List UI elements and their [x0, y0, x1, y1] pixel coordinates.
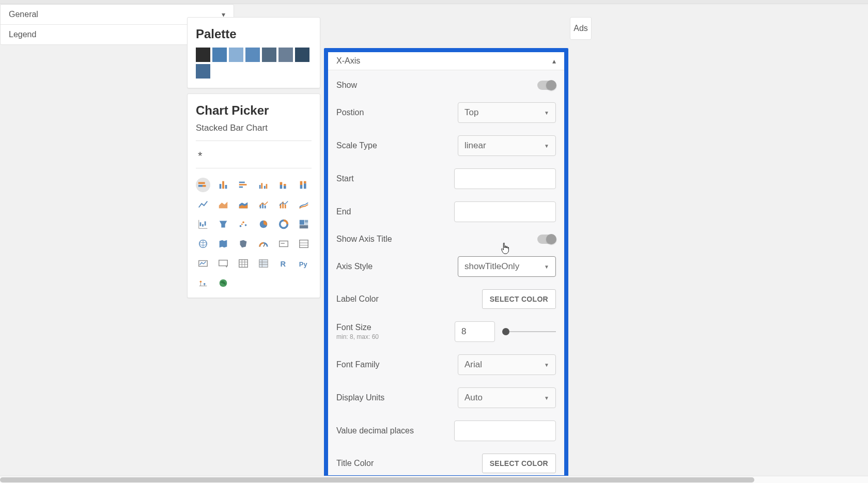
- select-value: Auto: [464, 393, 483, 403]
- key-influencers-icon[interactable]: [196, 276, 210, 290]
- svg-rect-2: [203, 185, 206, 187]
- r-script-icon[interactable]: R: [276, 256, 291, 271]
- stacked-column-icon[interactable]: [276, 178, 291, 192]
- svg-point-39: [241, 224, 243, 225]
- svg-rect-50: [280, 241, 288, 247]
- svg-point-37: [242, 222, 244, 224]
- shape-map-icon[interactable]: [236, 237, 251, 251]
- stacked-area-chart-icon[interactable]: [236, 197, 251, 212]
- select-value: linear: [464, 141, 486, 151]
- font-family-select[interactable]: Arial ▼: [458, 354, 556, 375]
- svg-marker-35: [220, 221, 227, 228]
- empty-icon: [236, 276, 251, 290]
- kpi-icon[interactable]: [196, 256, 210, 271]
- 100pct-stacked-column-icon[interactable]: [297, 178, 311, 192]
- palette-swatch[interactable]: [212, 48, 227, 62]
- dropdown-icon: ▼: [544, 143, 549, 149]
- label-color-button[interactable]: SELECT COLOR: [482, 289, 556, 309]
- title-color-button[interactable]: SELECT COLOR: [482, 454, 556, 473]
- combo-chart-icon[interactable]: [256, 197, 271, 212]
- palette-swatch[interactable]: [229, 48, 243, 62]
- svg-rect-11: [264, 186, 266, 189]
- svg-text:Py: Py: [299, 260, 308, 268]
- top-bar: [0, 0, 868, 4]
- svg-rect-42: [300, 220, 304, 225]
- empty-icon: [256, 276, 271, 290]
- palette-swatch[interactable]: [196, 64, 210, 79]
- font-size-input[interactable]: [455, 321, 495, 342]
- palette-swatch[interactable]: [295, 48, 309, 62]
- svg-rect-52: [300, 240, 308, 248]
- show-axis-title-toggle[interactable]: [537, 235, 556, 244]
- font-size-slider[interactable]: [502, 331, 556, 332]
- column-chart-icon[interactable]: [216, 178, 230, 192]
- select-value: Top: [464, 107, 478, 118]
- slicer-icon[interactable]: [216, 256, 230, 271]
- area-chart-icon[interactable]: [216, 197, 230, 212]
- svg-rect-0: [198, 182, 205, 184]
- palette-swatches: [196, 48, 312, 79]
- palette-panel: Palette: [187, 17, 320, 88]
- select-value: showTitleOnly: [464, 261, 519, 272]
- treemap-chart-icon[interactable]: [297, 217, 311, 231]
- horizontal-scrollbar[interactable]: [0, 476, 868, 483]
- combo-chart-2-icon[interactable]: [276, 197, 291, 212]
- arcgis-map-icon[interactable]: [216, 276, 230, 290]
- position-select[interactable]: Top ▼: [458, 102, 556, 123]
- palette-swatch[interactable]: [245, 48, 260, 62]
- palette-swatch[interactable]: [196, 48, 210, 62]
- dropdown-icon: ▼: [544, 395, 549, 401]
- svg-rect-44: [305, 223, 308, 225]
- asterisk-icon[interactable]: *: [196, 146, 312, 166]
- display-units-select[interactable]: Auto ▼: [458, 387, 556, 408]
- palette-swatch[interactable]: [278, 48, 293, 62]
- scale-type-select[interactable]: linear ▼: [458, 135, 556, 156]
- filled-map-icon[interactable]: [216, 237, 230, 251]
- font-family-label: Font Family: [336, 360, 380, 369]
- multi-row-card-icon[interactable]: [297, 237, 311, 251]
- show-axis-title-label: Show Axis Title: [336, 235, 392, 244]
- card-icon[interactable]: [276, 237, 291, 251]
- svg-rect-16: [284, 186, 286, 189]
- scrollbar-thumb[interactable]: [0, 477, 754, 482]
- value-decimal-places-input[interactable]: [454, 420, 556, 441]
- line-chart-icon[interactable]: [196, 197, 210, 212]
- pie-chart-icon[interactable]: [256, 217, 271, 231]
- svg-rect-29: [285, 205, 286, 208]
- svg-rect-15: [284, 184, 286, 186]
- accordion-label: Legend: [9, 30, 36, 39]
- bar-chart-icon[interactable]: [236, 178, 251, 192]
- matrix-icon[interactable]: [256, 256, 271, 271]
- svg-rect-20: [304, 183, 306, 189]
- dropdown-icon: ▼: [544, 110, 549, 116]
- palette-swatch[interactable]: [262, 48, 276, 62]
- svg-rect-3: [220, 184, 222, 189]
- chart-picker-panel: Chart Picker Stacked Bar Chart *: [187, 94, 320, 298]
- show-toggle[interactable]: [537, 81, 556, 90]
- select-value: Arial: [464, 360, 482, 370]
- waterfall-chart-icon[interactable]: [196, 217, 210, 231]
- chart-picker-subtitle: Stacked Bar Chart: [196, 123, 312, 133]
- svg-text:R: R: [281, 260, 286, 268]
- python-script-icon[interactable]: Py: [297, 256, 311, 271]
- ribbon-chart-icon[interactable]: [297, 197, 311, 212]
- clustered-column-icon[interactable]: [256, 178, 271, 192]
- scatter-chart-icon[interactable]: [236, 217, 251, 231]
- empty-icon: [297, 276, 311, 290]
- globe-icon[interactable]: [196, 237, 210, 251]
- axis-style-select[interactable]: showTitleOnly ▼: [458, 256, 556, 277]
- svg-rect-43: [305, 220, 308, 223]
- funnel-chart-icon[interactable]: [216, 217, 230, 231]
- stacked-bar-chart-icon[interactable]: [196, 178, 210, 192]
- svg-rect-34: [205, 222, 206, 226]
- svg-rect-5: [225, 185, 227, 189]
- table-icon[interactable]: [236, 256, 251, 271]
- accordion-x-axis[interactable]: X-Axis ▴: [328, 52, 564, 70]
- ads-button[interactable]: Ads: [570, 17, 592, 40]
- svg-point-69: [200, 281, 202, 283]
- gauge-chart-icon[interactable]: [256, 237, 271, 251]
- donut-chart-icon[interactable]: [276, 217, 291, 231]
- svg-rect-32: [200, 222, 202, 226]
- end-input[interactable]: [454, 201, 556, 222]
- start-input[interactable]: [454, 168, 556, 189]
